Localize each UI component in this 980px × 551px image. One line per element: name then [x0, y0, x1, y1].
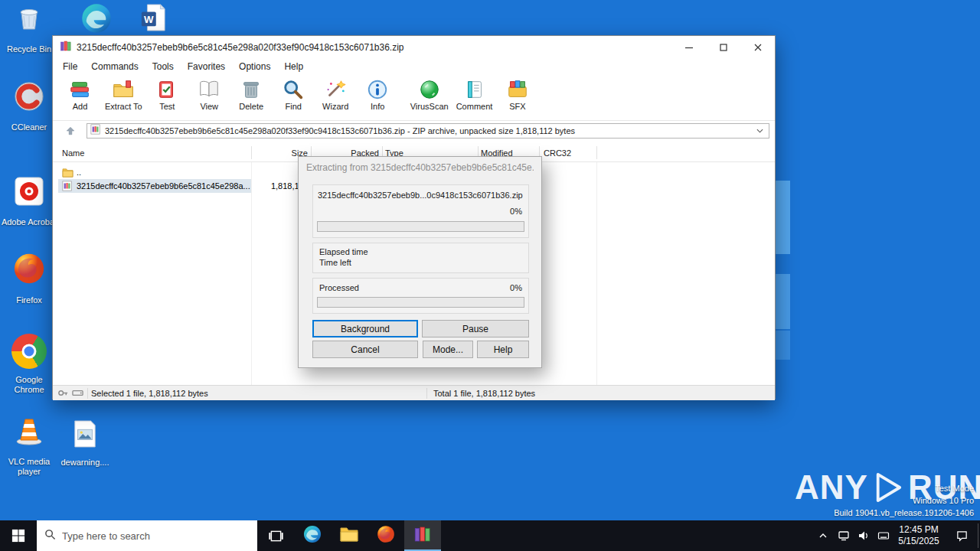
mode-button[interactable]: Mode...	[423, 341, 473, 358]
word-document-icon: W	[140, 3, 166, 35]
processed-percent-text: 0%	[510, 283, 522, 292]
action-center-button[interactable]	[946, 520, 977, 551]
dropdown-arrow-icon[interactable]	[753, 129, 766, 133]
background-button[interactable]: Background	[312, 320, 418, 337]
toolbar-view-button[interactable]: View	[188, 77, 230, 111]
pause-button[interactable]: Pause	[422, 320, 529, 337]
desktop-icon-label: Google Chrome	[0, 375, 58, 395]
taskbar-winrar-button[interactable]	[404, 520, 441, 551]
search-input[interactable]	[62, 530, 250, 542]
column-separator[interactable]	[596, 146, 597, 159]
close-button[interactable]	[740, 36, 775, 58]
drive-icon[interactable]	[72, 387, 83, 402]
taskbar-search[interactable]	[37, 520, 257, 551]
menu-help[interactable]: Help	[277, 59, 310, 74]
desktop-icon-word-doc[interactable]: W	[124, 3, 182, 35]
column-separator[interactable]	[251, 146, 252, 159]
extract-to-icon	[112, 78, 135, 101]
toolbar-test-button[interactable]: Test	[146, 77, 188, 111]
cancel-button[interactable]: Cancel	[312, 341, 418, 358]
minimize-button[interactable]	[671, 36, 706, 58]
start-button[interactable]	[0, 520, 37, 551]
tray-keyboard-button[interactable]	[874, 520, 893, 551]
menu-file[interactable]: File	[56, 59, 84, 74]
clock-date: 5/15/2025	[898, 536, 939, 547]
menu-favorites[interactable]: Favorites	[181, 59, 232, 74]
archive-percent-text: 0%	[510, 207, 522, 216]
toolbar-virusscan-button[interactable]: VirusScan	[407, 77, 452, 111]
windows-logo-icon	[11, 529, 25, 543]
svg-text:W: W	[144, 14, 154, 25]
build-label: Build 19041.vb_release.191206-1406	[834, 507, 974, 519]
winrar-icon	[413, 525, 432, 546]
winrar-app-icon	[60, 40, 72, 55]
status-bar: Selected 1 file, 1,818,112 bytes Total 1…	[53, 385, 775, 400]
wallpaper-streak	[775, 181, 790, 254]
desktop-icon-firefox[interactable]: Firefox	[0, 251, 58, 305]
window-title: 3215decffc40b3257ebeb9b6e5c81c45e298a020…	[77, 42, 671, 53]
desktop-icon-ccleaner[interactable]: CCleaner	[0, 80, 58, 132]
address-combo[interactable]: 3215decffc40b3257ebeb9b6e5c81c45e298a020…	[87, 123, 769, 139]
elapsed-time-label: Elapsed time	[319, 247, 368, 256]
winrar-titlebar[interactable]: 3215decffc40b3257ebeb9b6e5c81c45e298a020…	[53, 36, 775, 58]
dialog-title[interactable]: Extracting from 3215decffc40b3257ebeb9b6…	[306, 162, 534, 173]
wallpaper-streak	[775, 331, 790, 360]
desktop-icon-edge[interactable]	[67, 2, 126, 38]
menu-options[interactable]: Options	[232, 59, 277, 74]
row-name-text: 3215decffc40b3257ebeb9b6e5c81c45e298a...	[77, 181, 250, 191]
archive-progress-bar	[317, 221, 524, 232]
toolbar-delete-button[interactable]: Delete	[230, 77, 273, 111]
view-icon	[198, 78, 220, 101]
toolbar-find-button[interactable]: Find	[273, 77, 315, 111]
up-button[interactable]	[60, 123, 80, 139]
virusscan-icon	[418, 78, 441, 101]
clock-time: 12:45 PM	[899, 524, 938, 536]
desktop-icon-google-chrome[interactable]: Google Chrome	[0, 334, 58, 395]
toolbar-add-button[interactable]: Add	[59, 77, 101, 111]
toolbar-comment-button[interactable]: Comment	[452, 77, 497, 111]
tray-chevron-button[interactable]	[815, 520, 831, 551]
task-view-button[interactable]	[257, 520, 294, 551]
help-button[interactable]: Help	[477, 341, 529, 358]
menu-bar: File Commands Tools Favorites Options He…	[53, 58, 775, 75]
desktop-icon-label: Adobe Acrobat	[2, 217, 57, 227]
toolbar-info-button[interactable]: Info	[357, 77, 399, 111]
toolbar-wizard-button[interactable]: Wizard	[315, 77, 357, 111]
desktop-icon-recycle-bin[interactable]: Recycle Bin	[0, 3, 58, 54]
maximize-button[interactable]	[706, 36, 740, 58]
desktop-icon-label: Recycle Bin	[7, 44, 51, 54]
address-text: 3215decffc40b3257ebeb9b6e5c81c45e298a020…	[105, 126, 753, 135]
taskbar-firefox-button[interactable]	[368, 520, 404, 551]
image-file-icon	[72, 419, 98, 452]
desktop-icon-dewarning[interactable]: dewarning....	[56, 419, 114, 468]
key-icon[interactable]	[57, 387, 69, 402]
time-group: Elapsed time Time left	[312, 243, 529, 273]
taskbar-file-explorer-button[interactable]	[331, 520, 368, 551]
show-desktop-button[interactable]	[978, 523, 978, 548]
menu-tools[interactable]: Tools	[145, 59, 181, 74]
desktop-icon-label: CCleaner	[11, 122, 47, 132]
desktop-icon-vlc[interactable]: VLC media player	[0, 416, 58, 477]
processed-group: Processed 0%	[312, 278, 529, 314]
tray-volume-button[interactable]	[854, 520, 873, 551]
processed-label: Processed	[319, 283, 359, 292]
grid-line	[596, 162, 597, 385]
column-header-crc32[interactable]: CRC32	[544, 144, 593, 161]
task-view-icon	[268, 528, 284, 544]
processed-progress-bar	[317, 297, 524, 308]
test-icon	[155, 78, 178, 101]
google-chrome-icon	[11, 334, 47, 369]
toolbar-extract-to-button[interactable]: Extract To	[101, 77, 146, 111]
desktop-icon-label: Firefox	[16, 295, 42, 305]
taskbar: 12:45 PM 5/15/2025	[0, 520, 980, 551]
archive-progress-group: 3215decffc40b3257ebeb9b...0c9418c153c607…	[312, 184, 529, 238]
desktop-icon-adobe-acrobat[interactable]: Adobe Acrobat	[0, 174, 58, 227]
toolbar-sfx-button[interactable]: SFX	[496, 77, 538, 111]
action-center-icon	[956, 530, 969, 543]
taskbar-clock[interactable]: 12:45 PM 5/15/2025	[893, 520, 945, 551]
taskbar-edge-button[interactable]	[294, 520, 331, 551]
tray-network-button[interactable]	[835, 520, 853, 551]
menu-commands[interactable]: Commands	[84, 59, 145, 74]
sandbox-info-text: Test Mode Windows 10 Pro Build 19041.vb_…	[834, 482, 974, 519]
column-header-name[interactable]: Name	[62, 144, 246, 161]
